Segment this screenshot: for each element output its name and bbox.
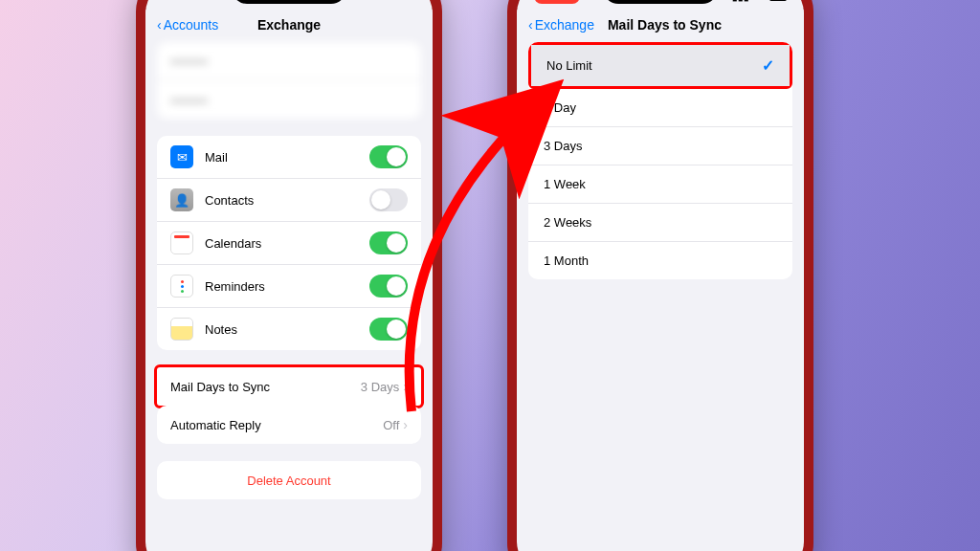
battery-icon xyxy=(769,0,787,1)
network-label: 4G xyxy=(753,0,766,2)
auto-reply-label: Automatic Reply xyxy=(170,418,383,432)
back-label: Accounts xyxy=(164,17,219,33)
account-info-section: ——— ——— xyxy=(157,42,421,119)
delete-label: Delete Account xyxy=(247,474,330,488)
notch xyxy=(232,0,346,4)
contacts-label: Contacts xyxy=(205,193,369,208)
mail-days-row[interactable]: Mail Days to Sync 3 Days › xyxy=(157,367,421,406)
option-label: No Limit xyxy=(546,58,592,73)
option-1-month[interactable]: 1 Month xyxy=(528,242,792,279)
notes-row[interactable]: Notes xyxy=(157,308,421,350)
mail-label: Mail xyxy=(205,150,369,165)
screen-left: ‹ Accounts Exchange ——— ——— ✉ Mail 👤 Con… xyxy=(145,0,433,551)
back-button[interactable]: ‹ Exchange xyxy=(528,17,594,33)
reminders-label: Reminders xyxy=(205,279,369,294)
chevron-left-icon: ‹ xyxy=(157,17,162,33)
apps-section: ✉ Mail 👤 Contacts Calendars xyxy=(157,136,421,350)
contacts-toggle[interactable] xyxy=(369,188,408,211)
reminders-toggle[interactable] xyxy=(369,275,408,298)
mail-days-section: Mail Days to Sync 3 Days › xyxy=(154,364,424,408)
reminders-icon xyxy=(170,275,193,298)
phone-right: 10:15 ▮▮▮ 4G ‹ Exchange Mail Days to Syn… xyxy=(507,0,813,551)
notes-icon xyxy=(170,318,193,341)
chevron-right-icon: › xyxy=(403,379,408,394)
option-1-week[interactable]: 1 Week xyxy=(528,165,792,204)
phone-left: ‹ Accounts Exchange ——— ——— ✉ Mail 👤 Con… xyxy=(136,0,442,551)
mail-toggle[interactable] xyxy=(369,145,408,168)
mail-days-label: Mail Days to Sync xyxy=(170,380,361,394)
nav-bar: ‹ Exchange Mail Days to Sync xyxy=(517,10,804,42)
page-title: Exchange xyxy=(257,17,321,33)
mail-row[interactable]: ✉ Mail xyxy=(157,136,421,179)
chevron-left-icon: ‹ xyxy=(528,17,533,33)
calendar-icon xyxy=(170,231,193,254)
nav-bar: ‹ Accounts Exchange xyxy=(145,10,433,42)
options-section: No Limit ✓ 1 Day 3 Days 1 Week 2 Weeks xyxy=(528,42,792,279)
status-right: ▮▮▮ 4G xyxy=(732,0,787,2)
option-label: 1 Month xyxy=(544,253,589,268)
option-3-days[interactable]: 3 Days xyxy=(528,127,792,165)
calendars-toggle[interactable] xyxy=(369,231,408,254)
reminders-row[interactable]: Reminders xyxy=(157,265,421,308)
mail-icon: ✉ xyxy=(170,145,193,168)
delete-section: Delete Account xyxy=(157,461,421,499)
notch xyxy=(603,0,718,4)
auto-reply-section: Automatic Reply Off › xyxy=(157,406,421,444)
chevron-right-icon: › xyxy=(403,417,408,432)
auto-reply-value: Off xyxy=(383,418,399,432)
option-label: 3 Days xyxy=(544,139,582,153)
page-title: Mail Days to Sync xyxy=(608,17,722,33)
calendars-row[interactable]: Calendars xyxy=(157,222,421,265)
option-2-weeks[interactable]: 2 Weeks xyxy=(528,204,792,242)
auto-reply-row[interactable]: Automatic Reply Off › xyxy=(157,406,421,444)
mail-days-value: 3 Days xyxy=(361,380,399,394)
back-button[interactable]: ‹ Accounts xyxy=(157,17,218,33)
signal-icon: ▮▮▮ xyxy=(732,0,749,2)
calendars-label: Calendars xyxy=(205,236,369,251)
option-1-day[interactable]: 1 Day xyxy=(528,89,792,127)
contacts-icon: 👤 xyxy=(170,188,193,211)
contacts-row[interactable]: 👤 Contacts xyxy=(157,179,421,222)
checkmark-icon: ✓ xyxy=(762,56,774,75)
account-row: ——— xyxy=(157,80,421,119)
notes-toggle[interactable] xyxy=(369,318,408,341)
notes-label: Notes xyxy=(205,322,369,337)
delete-account-button[interactable]: Delete Account xyxy=(157,461,421,499)
option-label: 2 Weeks xyxy=(544,215,591,230)
back-label: Exchange xyxy=(535,17,594,33)
option-label: 1 Week xyxy=(544,177,586,191)
account-row: ——— xyxy=(157,42,421,80)
status-time: 10:15 xyxy=(534,0,580,4)
option-no-limit[interactable]: No Limit ✓ xyxy=(531,45,790,86)
option-label: 1 Day xyxy=(544,100,576,115)
screen-right: 10:15 ▮▮▮ 4G ‹ Exchange Mail Days to Syn… xyxy=(517,0,804,551)
